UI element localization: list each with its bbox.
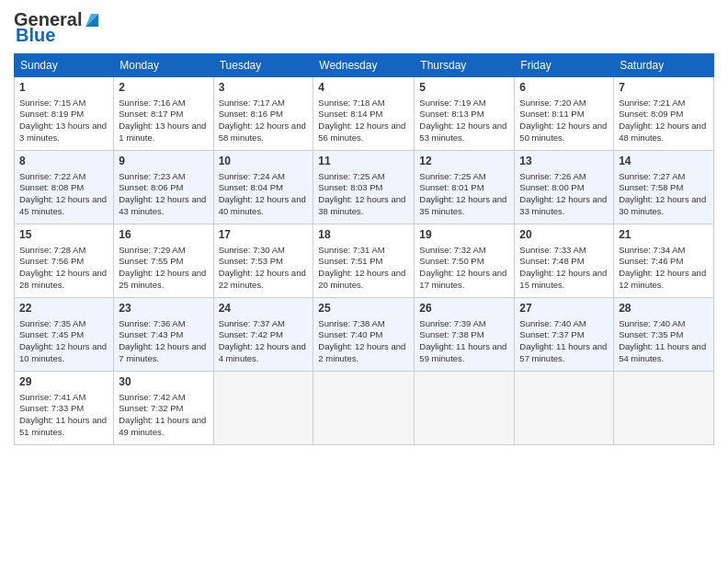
col-monday: Monday	[114, 54, 213, 77]
logo-blue: Blue	[14, 25, 55, 46]
calendar-day-cell: 29 Sunrise: 7:41 AMSunset: 7:33 PMDaylig…	[15, 372, 114, 445]
day-number: 29	[19, 375, 108, 390]
day-number: 10	[219, 155, 309, 169]
calendar-week-row: 15 Sunrise: 7:28 AMSunset: 7:56 PMDaylig…	[15, 224, 714, 298]
page-container: General Blue Sunday Monday Tuesday Wedne…	[0, 0, 728, 454]
day-info: Sunrise: 7:23 AMSunset: 8:06 PMDaylight:…	[119, 171, 208, 218]
day-info: Sunrise: 7:25 AMSunset: 8:01 PMDaylight:…	[419, 171, 509, 218]
day-info: Sunrise: 7:19 AMSunset: 8:13 PMDaylight:…	[419, 98, 509, 144]
day-number: 14	[619, 155, 709, 169]
day-number: 23	[119, 302, 208, 316]
calendar-day-cell: 6 Sunrise: 7:20 AMSunset: 8:11 PMDayligh…	[515, 77, 614, 151]
day-number: 26	[419, 302, 509, 316]
calendar-day-cell: 16 Sunrise: 7:29 AMSunset: 7:55 PMDaylig…	[114, 224, 213, 298]
calendar-table: Sunday Monday Tuesday Wednesday Thursday…	[14, 53, 714, 445]
day-info: Sunrise: 7:40 AMSunset: 7:37 PMDaylight:…	[519, 318, 609, 365]
day-info: Sunrise: 7:40 AMSunset: 7:35 PMDaylight:…	[619, 318, 709, 365]
day-number: 3	[219, 81, 309, 96]
calendar-week-row: 22 Sunrise: 7:35 AMSunset: 7:45 PMDaylig…	[15, 298, 714, 372]
calendar-day-cell: 12 Sunrise: 7:25 AMSunset: 8:01 PMDaylig…	[415, 151, 515, 224]
day-number: 30	[119, 375, 208, 390]
calendar-week-row: 8 Sunrise: 7:22 AMSunset: 8:08 PMDayligh…	[15, 151, 714, 224]
calendar-week-row: 29 Sunrise: 7:41 AMSunset: 7:33 PMDaylig…	[15, 372, 714, 445]
day-info: Sunrise: 7:41 AMSunset: 7:33 PMDaylight:…	[19, 392, 108, 439]
calendar-day-cell: 2 Sunrise: 7:16 AMSunset: 8:17 PMDayligh…	[114, 77, 213, 151]
day-info: Sunrise: 7:27 AMSunset: 7:58 PMDaylight:…	[619, 171, 709, 218]
calendar-day-cell: 30 Sunrise: 7:42 AMSunset: 7:32 PMDaylig…	[114, 372, 213, 445]
day-number: 5	[419, 81, 509, 96]
calendar-day-cell: 15 Sunrise: 7:28 AMSunset: 7:56 PMDaylig…	[15, 224, 114, 298]
day-info: Sunrise: 7:18 AMSunset: 8:14 PMDaylight:…	[318, 98, 409, 144]
day-number: 19	[419, 228, 509, 243]
calendar-day-cell: 21 Sunrise: 7:34 AMSunset: 7:46 PMDaylig…	[614, 224, 714, 298]
col-tuesday: Tuesday	[213, 54, 313, 77]
day-info: Sunrise: 7:42 AMSunset: 7:32 PMDaylight:…	[119, 392, 208, 439]
day-info: Sunrise: 7:32 AMSunset: 7:50 PMDaylight:…	[419, 245, 509, 292]
day-number: 24	[219, 302, 309, 316]
day-info: Sunrise: 7:16 AMSunset: 8:17 PMDaylight:…	[119, 98, 208, 144]
logo: General Blue	[14, 9, 102, 46]
calendar-day-cell	[415, 372, 515, 445]
day-number: 13	[519, 155, 609, 169]
day-number: 17	[219, 228, 309, 243]
calendar-header-row: Sunday Monday Tuesday Wednesday Thursday…	[15, 54, 714, 77]
day-info: Sunrise: 7:26 AMSunset: 8:00 PMDaylight:…	[519, 171, 609, 218]
col-saturday: Saturday	[614, 54, 714, 77]
day-info: Sunrise: 7:37 AMSunset: 7:42 PMDaylight:…	[219, 318, 309, 365]
day-info: Sunrise: 7:34 AMSunset: 7:46 PMDaylight:…	[619, 245, 709, 292]
calendar-week-row: 1 Sunrise: 7:15 AMSunset: 8:19 PMDayligh…	[15, 77, 714, 151]
day-number: 9	[119, 155, 208, 169]
calendar-day-cell: 26 Sunrise: 7:39 AMSunset: 7:38 PMDaylig…	[415, 298, 515, 372]
calendar-day-cell: 28 Sunrise: 7:40 AMSunset: 7:35 PMDaylig…	[614, 298, 714, 372]
day-number: 4	[318, 81, 409, 96]
day-info: Sunrise: 7:28 AMSunset: 7:56 PMDaylight:…	[19, 245, 108, 292]
day-info: Sunrise: 7:21 AMSunset: 8:09 PMDaylight:…	[619, 98, 709, 144]
calendar-day-cell	[313, 372, 415, 445]
day-number: 20	[519, 228, 609, 243]
calendar-day-cell	[614, 372, 714, 445]
day-number: 7	[619, 81, 709, 96]
day-number: 22	[19, 302, 108, 316]
calendar-day-cell: 13 Sunrise: 7:26 AMSunset: 8:00 PMDaylig…	[515, 151, 614, 224]
day-number: 8	[19, 155, 108, 169]
day-info: Sunrise: 7:25 AMSunset: 8:03 PMDaylight:…	[318, 171, 409, 218]
calendar-day-cell: 8 Sunrise: 7:22 AMSunset: 8:08 PMDayligh…	[15, 151, 114, 224]
calendar-day-cell: 4 Sunrise: 7:18 AMSunset: 8:14 PMDayligh…	[313, 77, 415, 151]
day-number: 12	[419, 155, 509, 169]
day-number: 18	[318, 228, 409, 243]
col-sunday: Sunday	[15, 54, 114, 77]
day-info: Sunrise: 7:15 AMSunset: 8:19 PMDaylight:…	[19, 98, 108, 144]
page-header: General Blue	[14, 9, 714, 46]
calendar-day-cell: 3 Sunrise: 7:17 AMSunset: 8:16 PMDayligh…	[213, 77, 313, 151]
calendar-day-cell	[515, 372, 614, 445]
day-number: 2	[119, 81, 208, 96]
calendar-day-cell	[213, 372, 313, 445]
calendar-day-cell: 25 Sunrise: 7:38 AMSunset: 7:40 PMDaylig…	[313, 298, 415, 372]
day-info: Sunrise: 7:36 AMSunset: 7:43 PMDaylight:…	[119, 318, 208, 365]
logo-icon	[82, 10, 102, 30]
calendar-day-cell: 10 Sunrise: 7:24 AMSunset: 8:04 PMDaylig…	[213, 151, 313, 224]
day-info: Sunrise: 7:39 AMSunset: 7:38 PMDaylight:…	[419, 318, 509, 365]
col-wednesday: Wednesday	[313, 54, 415, 77]
day-info: Sunrise: 7:35 AMSunset: 7:45 PMDaylight:…	[19, 318, 108, 365]
day-number: 16	[119, 228, 208, 243]
day-number: 21	[619, 228, 709, 243]
day-number: 1	[19, 81, 108, 96]
calendar-day-cell: 17 Sunrise: 7:30 AMSunset: 7:53 PMDaylig…	[213, 224, 313, 298]
calendar-day-cell: 9 Sunrise: 7:23 AMSunset: 8:06 PMDayligh…	[114, 151, 213, 224]
day-number: 15	[19, 228, 108, 243]
day-number: 28	[619, 302, 709, 316]
day-info: Sunrise: 7:20 AMSunset: 8:11 PMDaylight:…	[519, 98, 609, 144]
calendar-day-cell: 18 Sunrise: 7:31 AMSunset: 7:51 PMDaylig…	[313, 224, 415, 298]
day-info: Sunrise: 7:30 AMSunset: 7:53 PMDaylight:…	[219, 245, 309, 292]
calendar-day-cell: 20 Sunrise: 7:33 AMSunset: 7:48 PMDaylig…	[515, 224, 614, 298]
day-info: Sunrise: 7:22 AMSunset: 8:08 PMDaylight:…	[19, 171, 108, 218]
calendar-day-cell: 23 Sunrise: 7:36 AMSunset: 7:43 PMDaylig…	[114, 298, 213, 372]
day-info: Sunrise: 7:33 AMSunset: 7:48 PMDaylight:…	[519, 245, 609, 292]
day-info: Sunrise: 7:38 AMSunset: 7:40 PMDaylight:…	[318, 318, 409, 365]
calendar-day-cell: 19 Sunrise: 7:32 AMSunset: 7:50 PMDaylig…	[415, 224, 515, 298]
calendar-day-cell: 7 Sunrise: 7:21 AMSunset: 8:09 PMDayligh…	[614, 77, 714, 151]
calendar-day-cell: 22 Sunrise: 7:35 AMSunset: 7:45 PMDaylig…	[15, 298, 114, 372]
day-info: Sunrise: 7:31 AMSunset: 7:51 PMDaylight:…	[318, 245, 409, 292]
day-info: Sunrise: 7:24 AMSunset: 8:04 PMDaylight:…	[219, 171, 309, 218]
